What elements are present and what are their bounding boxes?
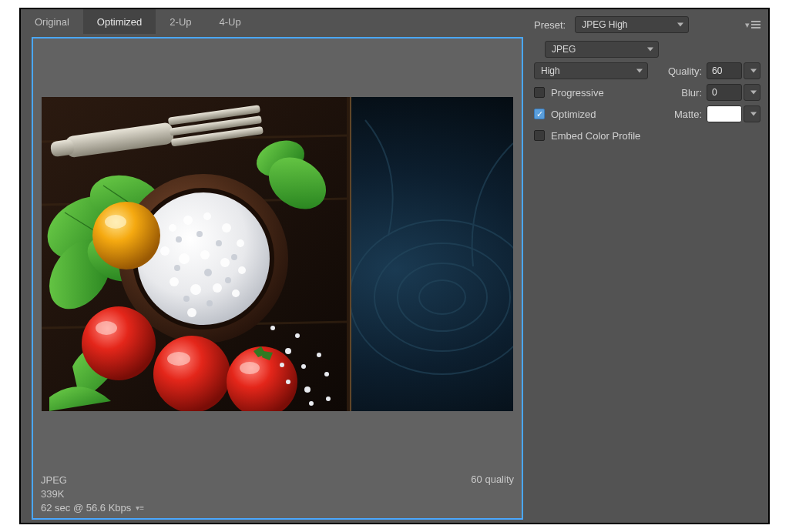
- status-size: 339K: [41, 487, 64, 501]
- preset-row: Preset: JPEG High ▾: [534, 14, 760, 35]
- blur-label: Blur:: [681, 87, 702, 99]
- svg-point-50: [206, 300, 213, 306]
- format-row: JPEG: [534, 38, 760, 60]
- svg-point-56: [167, 352, 190, 366]
- svg-point-41: [187, 308, 196, 317]
- svg-point-40: [232, 289, 240, 297]
- status-transfer: 62 sec @ 56.6 Kbps: [41, 501, 131, 515]
- svg-point-38: [190, 284, 201, 295]
- format-select[interactable]: JPEG: [545, 41, 659, 58]
- svg-point-36: [238, 266, 246, 274]
- svg-point-45: [231, 254, 237, 260]
- quality-row: High Quality: 60: [534, 60, 760, 82]
- blur-field[interactable]: 0: [707, 84, 742, 101]
- embed-label: Embed Color Profile: [551, 130, 640, 142]
- progressive-row: Progressive Blur: 0: [534, 82, 760, 103]
- svg-point-43: [196, 231, 203, 237]
- progressive-checkbox[interactable]: [534, 87, 545, 98]
- preview-pane: Original Optimized 2-Up 4-Up: [21, 9, 526, 523]
- blur-stepper[interactable]: [744, 84, 760, 101]
- matte-label: Matte:: [674, 109, 702, 120]
- transfer-flyout-icon[interactable]: ▾≡: [136, 501, 144, 515]
- quality-stepper[interactable]: [744, 62, 760, 79]
- svg-point-30: [222, 223, 231, 233]
- svg-point-67: [295, 333, 300, 338]
- svg-point-39: [213, 283, 222, 293]
- tab-4up[interactable]: 4-Up: [206, 9, 255, 34]
- tab-optimized[interactable]: Optimized: [83, 9, 156, 34]
- svg-point-49: [183, 296, 190, 302]
- svg-point-46: [174, 265, 180, 271]
- svg-point-47: [204, 269, 212, 276]
- optimized-label: Optimized: [551, 109, 596, 120]
- progressive-label: Progressive: [551, 87, 604, 99]
- status-quality: 60 quality: [471, 473, 514, 485]
- quality-label: Quality:: [668, 65, 702, 77]
- preview-image: [42, 97, 513, 411]
- quality-field[interactable]: 60: [707, 62, 742, 79]
- optimized-row: Optimized Matte:: [534, 103, 760, 125]
- preset-select[interactable]: JPEG High: [575, 16, 689, 33]
- svg-point-44: [216, 240, 222, 246]
- embed-checkbox[interactable]: [534, 130, 545, 141]
- save-for-web-window: Original Optimized 2-Up 4-Up: [19, 8, 770, 524]
- svg-point-42: [176, 236, 182, 243]
- svg-point-34: [200, 250, 210, 259]
- svg-point-33: [179, 253, 190, 264]
- optimized-checkbox[interactable]: [534, 109, 545, 119]
- matte-swatch[interactable]: [707, 105, 742, 122]
- image-area[interactable]: [33, 38, 522, 469]
- tab-2up[interactable]: 2-Up: [156, 9, 205, 34]
- svg-point-52: [105, 215, 126, 229]
- svg-point-64: [270, 326, 275, 330]
- svg-point-60: [301, 364, 306, 369]
- svg-point-28: [183, 216, 193, 225]
- status-format: JPEG: [41, 473, 67, 487]
- svg-point-32: [160, 246, 170, 256]
- embed-row: Embed Color Profile: [534, 125, 760, 146]
- status-bar: 60 quality JPEG 339K 62 sec @ 56.6 Kbps …: [33, 469, 522, 518]
- svg-point-69: [326, 396, 331, 401]
- options-flyout-icon[interactable]: ▾: [745, 20, 760, 30]
- quality-preset-select[interactable]: High: [534, 62, 648, 79]
- svg-point-31: [237, 239, 244, 247]
- preview-tabs: Original Optimized 2-Up 4-Up: [21, 9, 526, 34]
- svg-point-59: [285, 348, 291, 354]
- svg-point-53: [82, 306, 156, 380]
- svg-point-63: [304, 386, 311, 393]
- svg-point-29: [203, 212, 211, 220]
- svg-point-66: [280, 363, 284, 367]
- preview-frame: 60 quality JPEG 339K 62 sec @ 56.6 Kbps …: [32, 37, 523, 520]
- svg-point-27: [169, 224, 176, 232]
- svg-point-54: [96, 321, 117, 335]
- svg-rect-6: [350, 97, 351, 411]
- svg-point-62: [317, 353, 321, 357]
- svg-point-35: [220, 258, 230, 267]
- svg-point-65: [324, 372, 329, 376]
- svg-point-51: [92, 202, 160, 269]
- settings-pane: Preset: JPEG High ▾ JPEG High Quality: 6…: [526, 9, 768, 523]
- svg-point-68: [309, 401, 314, 406]
- svg-point-55: [153, 336, 230, 411]
- matte-select[interactable]: [744, 105, 760, 122]
- preset-label: Preset:: [534, 19, 566, 31]
- tab-original[interactable]: Original: [21, 9, 83, 34]
- svg-point-58: [240, 362, 260, 374]
- svg-point-37: [170, 277, 179, 286]
- svg-point-48: [225, 277, 231, 283]
- svg-point-61: [286, 380, 290, 384]
